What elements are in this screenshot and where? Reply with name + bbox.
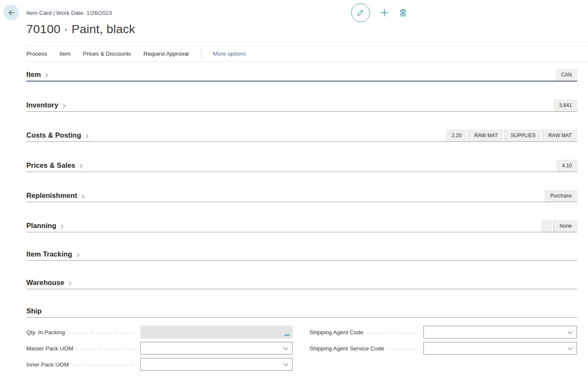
fasttab-header-prices-sales[interactable]: Prices & Sales 4.10 [26, 160, 577, 172]
fasttab-header-replenishment[interactable]: Replenishment Purchase [26, 190, 577, 202]
breadcrumb-caption: Item Card | Work Date: 1/26/2023 [26, 10, 112, 16]
new-button[interactable] [379, 8, 389, 18]
ship-column-right: Shipping Agent Code Shipping Agent Servi… [310, 326, 577, 374]
fasttab-header-warehouse[interactable]: Warehouse [26, 279, 577, 289]
field-label: Inner Pack UOM [26, 361, 69, 368]
summary-badge: RAW MAT [469, 130, 503, 141]
summary-badge: RAW MAT [543, 130, 577, 141]
fasttab-title: Prices & Sales [26, 161, 75, 169]
ship-column-left: Qty. In Packing Master Pack UOM Inner Pa… [26, 326, 293, 374]
chevron-right-icon [67, 281, 73, 286]
chevron-right-icon [84, 133, 90, 139]
edit-button[interactable] [351, 3, 370, 22]
chevron-down-icon [567, 330, 573, 337]
chevron-down-icon [567, 346, 573, 353]
fasttab-header-costs-posting[interactable]: Costs & Posting 2.20RAW MATSUPPLIESRAW M… [26, 130, 577, 142]
summary-badge: CAN [556, 69, 577, 81]
dotted-leader [73, 365, 135, 366]
summary-badges: CAN [556, 69, 577, 81]
chevron-down-icon [283, 362, 289, 370]
summary-badge: SUPPLIES [505, 130, 541, 141]
fasttab-title: Replenishment [26, 192, 77, 200]
arrow-left-icon [7, 8, 16, 17]
field-label: Shipping Agent Service Code [310, 345, 384, 352]
delete-button[interactable] [399, 8, 407, 17]
menu-divider [201, 49, 202, 59]
dotted-leader [389, 349, 418, 350]
page-title: 70100 · Paint, black [26, 22, 135, 36]
field-row-qty-in-packing: Qty. In Packing [26, 326, 293, 339]
master-pack-uom-dropdown[interactable] [140, 342, 293, 355]
menu-item-item[interactable]: Item [60, 51, 71, 57]
fasttab-title: Warehouse [26, 279, 64, 287]
ship-section-title: Ship [26, 307, 42, 315]
summary-badge: 4.10 [557, 160, 577, 172]
summary-badge [541, 220, 552, 232]
field-label: Qty. In Packing [26, 329, 65, 336]
text-cursor [284, 335, 290, 336]
chevron-right-icon [59, 224, 65, 229]
summary-badge: None [554, 220, 577, 232]
pencil-icon [356, 8, 365, 17]
field-row-inner-pack-uom: Inner Pack UOM [26, 358, 293, 371]
fasttab-header-inventory[interactable]: Inventory 3,641 [26, 99, 577, 112]
shipping-agent-code-dropdown[interactable] [423, 326, 577, 339]
fasttab-header-planning[interactable]: Planning None [26, 220, 577, 232]
field-row-shipping-agent-service-code: Shipping Agent Service Code [310, 342, 577, 355]
fasttab-title: Costs & Posting [26, 131, 81, 139]
summary-badges: 4.10 [557, 160, 577, 172]
chevron-right-icon [80, 194, 86, 199]
ship-section-header[interactable]: Ship [26, 307, 577, 318]
chevron-down-icon [283, 346, 289, 353]
fasttab-title: Inventory [26, 101, 58, 109]
field-row-master-pack-uom: Master Pack UOM [26, 342, 293, 355]
card-toolbar [351, 3, 407, 22]
ship-fields: Qty. In Packing Master Pack UOM Inner Pa… [26, 326, 577, 374]
chevron-right-icon [61, 103, 67, 109]
topbar: Item Card | Work Date: 1/26/2023 70100 ·… [0, 0, 588, 45]
more-options-button[interactable]: More options [213, 51, 246, 57]
fasttab-title: Item Tracking [26, 250, 72, 258]
dotted-leader [77, 349, 135, 350]
field-label: Shipping Agent Code [310, 329, 364, 336]
fasttab-header-item[interactable]: Item CAN [26, 69, 577, 82]
summary-badges: Purchase [545, 190, 577, 202]
fasttab-header-item-tracking[interactable]: Item Tracking [26, 250, 577, 261]
fasttab-list: Item CAN Inventory 3,641 Costs & Posting… [26, 69, 577, 289]
qty-in-packing-input[interactable] [140, 326, 293, 339]
fasttab-title: Planning [26, 222, 56, 230]
back-button[interactable] [3, 5, 19, 20]
summary-badges: None [541, 220, 577, 232]
action-menu: Process Item Prices & Discounts Request … [26, 45, 588, 62]
chevron-right-icon [44, 73, 49, 78]
summary-badges: 2.20RAW MATSUPPLIESRAW MAT [446, 130, 577, 141]
plus-icon [379, 8, 389, 18]
summary-badge: 2.20 [446, 130, 467, 141]
menu-item-request-approval[interactable]: Request Approval [143, 51, 189, 57]
fasttab-title: Item [26, 71, 41, 79]
chevron-right-icon [78, 164, 84, 169]
chevron-right-icon [75, 252, 81, 258]
trash-icon [399, 8, 407, 17]
field-label: Master Pack UOM [26, 345, 73, 352]
summary-badge: Purchase [545, 190, 577, 202]
menu-item-prices-discounts[interactable]: Prices & Discounts [83, 51, 131, 57]
field-row-shipping-agent-code: Shipping Agent Code [310, 326, 577, 339]
dotted-leader [368, 333, 418, 333]
menu-item-process[interactable]: Process [26, 51, 47, 57]
shipping-agent-service-code-dropdown[interactable] [423, 342, 577, 355]
inner-pack-uom-dropdown[interactable] [140, 358, 293, 371]
summary-badge: 3,641 [554, 99, 577, 111]
dotted-leader [69, 333, 135, 333]
summary-badges: 3,641 [554, 99, 577, 111]
